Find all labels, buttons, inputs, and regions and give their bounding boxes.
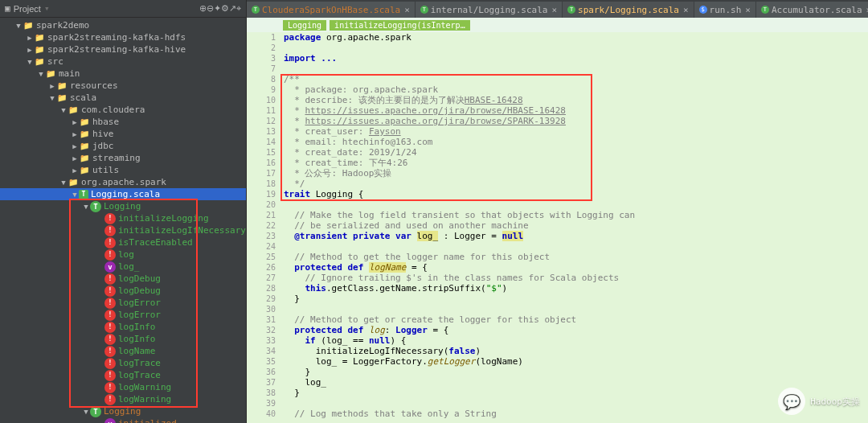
code-line[interactable]: import ... bbox=[280, 53, 868, 64]
tree-row[interactable]: logDebug bbox=[0, 273, 246, 285]
code-line[interactable]: * creat_date: 2019/1/24 bbox=[280, 147, 868, 158]
sidebar-tool-icon[interactable]: ⊖ bbox=[207, 3, 214, 13]
expand-arrow-icon[interactable] bbox=[26, 34, 34, 42]
code-line[interactable]: * https://issues.apache.org/jira/browse/… bbox=[280, 105, 868, 116]
code-line[interactable]: // be serialized and used on another mac… bbox=[280, 220, 868, 231]
tree-row[interactable]: src bbox=[0, 55, 246, 68]
project-tool-icon[interactable]: ▣ bbox=[5, 3, 10, 14]
code-line[interactable]: log_ = LoggerFactory.getLogger(logName) bbox=[280, 356, 868, 367]
code-line[interactable]: * email: htechinfo@163.com bbox=[280, 137, 868, 147]
sidebar-tool-icon[interactable]: ⚙ bbox=[221, 3, 229, 13]
expand-arrow-icon[interactable] bbox=[48, 82, 56, 90]
code-line[interactable]: package org.apache.spark bbox=[280, 32, 868, 43]
code-line[interactable]: protected def logName = { bbox=[280, 262, 868, 273]
dropdown-icon[interactable]: ▾ bbox=[44, 3, 50, 14]
tree-row[interactable]: hbase bbox=[0, 116, 246, 128]
code-line[interactable]: */ bbox=[280, 179, 868, 189]
expand-arrow-icon[interactable] bbox=[71, 118, 79, 126]
expand-arrow-icon[interactable] bbox=[71, 166, 79, 175]
tree-row[interactable]: logError bbox=[0, 297, 246, 309]
tree-row[interactable]: com.cloudera bbox=[0, 104, 246, 116]
tree-row[interactable]: spark2streaming-kafka-hive bbox=[0, 43, 246, 55]
editor-tab[interactable]: $run.sh× bbox=[694, 2, 755, 18]
sidebar-tool-icon[interactable]: ✦ bbox=[214, 3, 221, 13]
expand-arrow-icon[interactable] bbox=[14, 22, 23, 30]
tree-row[interactable]: spark2demo bbox=[0, 19, 246, 31]
breadcrumb-item[interactable]: Logging bbox=[283, 20, 326, 31]
expand-arrow-icon[interactable] bbox=[71, 142, 79, 150]
code-line[interactable]: * package: org.apache.spark bbox=[280, 84, 868, 95]
tree-row[interactable]: initializeLogging bbox=[0, 212, 246, 224]
tree-row[interactable]: initializeLogIfNecessary bbox=[0, 224, 246, 236]
breadcrumb-item[interactable]: initializeLogging(isInterp… bbox=[330, 20, 470, 31]
tree-row[interactable]: log bbox=[0, 248, 246, 261]
tree-row[interactable]: logInfo bbox=[0, 321, 246, 333]
code-line[interactable]: // Ignore trailing $'s in the class name… bbox=[280, 273, 868, 283]
tree-row[interactable]: logTrace bbox=[0, 369, 246, 381]
close-icon[interactable]: × bbox=[683, 5, 689, 15]
code-line[interactable]: // Make the log field transient so that … bbox=[280, 210, 868, 220]
expand-arrow-icon[interactable] bbox=[26, 58, 34, 66]
tree-row[interactable]: jdbc bbox=[0, 140, 246, 152]
code-line[interactable]: if (log_ == null) { bbox=[280, 335, 868, 346]
tree-row[interactable]: isTraceEnabled bbox=[0, 236, 246, 248]
tree-row[interactable]: logName bbox=[0, 345, 246, 357]
tree-row[interactable]: streaming bbox=[0, 152, 246, 164]
tree-row[interactable]: Logging bbox=[0, 405, 246, 417]
tree-row[interactable]: logError bbox=[0, 309, 246, 321]
code-line[interactable]: * 公众号: Hadoop实操 bbox=[280, 168, 868, 179]
close-icon[interactable]: × bbox=[745, 5, 751, 15]
tree-row[interactable]: spark2streaming-kafka-hdfs bbox=[0, 31, 246, 43]
tree-row[interactable]: Logging bbox=[0, 200, 246, 212]
code-line[interactable]: protected def log: Logger = { bbox=[280, 325, 868, 335]
code-line[interactable]: /** bbox=[280, 74, 868, 84]
code-line[interactable]: // Method to get the logger name for thi… bbox=[280, 252, 868, 262]
tree-row[interactable]: main bbox=[0, 68, 246, 80]
tree-row[interactable]: scala bbox=[0, 92, 246, 104]
sidebar-tool-icon[interactable]: ⌖ bbox=[236, 3, 241, 13]
expand-arrow-icon[interactable] bbox=[71, 130, 79, 138]
project-tree[interactable]: spark2demospark2streaming-kafka-hdfsspar… bbox=[0, 18, 246, 423]
tree-row[interactable]: Logging.scala bbox=[0, 188, 246, 200]
expand-arrow-icon[interactable] bbox=[71, 154, 79, 162]
tree-row[interactable]: log_ bbox=[0, 261, 246, 273]
expand-arrow-icon[interactable] bbox=[71, 191, 79, 199]
tree-row[interactable]: logWarning bbox=[0, 393, 246, 405]
tree-row[interactable]: logWarning bbox=[0, 381, 246, 393]
code-line[interactable]: * describe: 该类的主要目的是为了解决HBASE-16428 bbox=[280, 95, 868, 105]
code-line[interactable]: log_ bbox=[280, 377, 868, 388]
code-line[interactable]: initializeLogIfNecessary(false) bbox=[280, 346, 868, 356]
expand-arrow-icon[interactable] bbox=[26, 46, 34, 54]
code-view[interactable]: package org.apache.sparkimport .../** * … bbox=[280, 32, 868, 423]
tree-row[interactable]: hive bbox=[0, 128, 246, 140]
tree-row[interactable]: org.apache.spark bbox=[0, 176, 246, 188]
code-line[interactable]: } bbox=[280, 294, 868, 304]
editor-tab[interactable]: TAccumulator.scala× bbox=[756, 2, 868, 18]
close-icon[interactable]: × bbox=[551, 5, 557, 15]
expand-arrow-icon[interactable] bbox=[59, 179, 68, 187]
tree-row[interactable]: logInfo bbox=[0, 333, 246, 345]
code-line[interactable]: * creat_time: 下午4:26 bbox=[280, 158, 868, 168]
expand-arrow-icon[interactable] bbox=[48, 94, 56, 102]
code-line[interactable] bbox=[280, 304, 868, 314]
code-line[interactable]: trait Logging { bbox=[280, 189, 868, 199]
code-line[interactable]: // Log methods that take only a String bbox=[280, 409, 868, 419]
code-line[interactable] bbox=[280, 64, 868, 74]
code-line[interactable]: // Method to get or create the logger fo… bbox=[280, 314, 868, 325]
expand-arrow-icon[interactable] bbox=[82, 408, 90, 416]
code-line[interactable]: * https://issues.apache.org/jira/browse/… bbox=[280, 116, 868, 126]
tree-row[interactable]: logTrace bbox=[0, 357, 246, 369]
code-line[interactable]: } bbox=[280, 388, 868, 398]
sidebar-tool-icon[interactable]: ↗ bbox=[229, 3, 236, 13]
code-line[interactable] bbox=[280, 43, 868, 53]
code-line[interactable]: this.getClass.getName.stripSuffix("$") bbox=[280, 283, 868, 294]
code-line[interactable]: * creat_user: Fayson bbox=[280, 126, 868, 137]
code-line[interactable] bbox=[280, 398, 868, 409]
editor-tab[interactable]: Tspark/Logging.scala× bbox=[563, 2, 693, 18]
expand-arrow-icon[interactable] bbox=[37, 70, 45, 78]
code-line[interactable]: @transient private var log_ : Logger = n… bbox=[280, 231, 868, 241]
sidebar-tool-icon[interactable]: ⊕ bbox=[199, 3, 207, 13]
tree-row[interactable]: resources bbox=[0, 80, 246, 92]
tree-row[interactable]: utils bbox=[0, 164, 246, 176]
code-line[interactable] bbox=[280, 241, 868, 252]
